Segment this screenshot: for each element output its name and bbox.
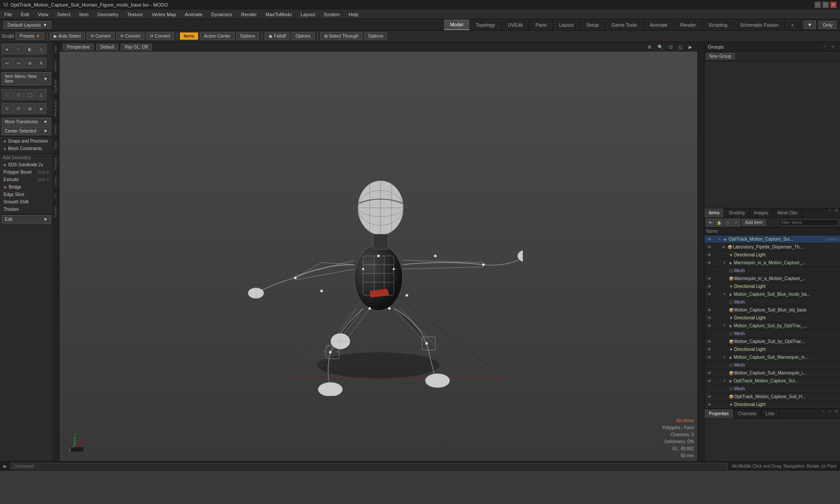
eye-icon[interactable]: . [706, 362, 712, 368]
item-row[interactable]: . ⬡ Mesh [704, 298, 840, 306]
action-center-btn[interactable]: Action Center [200, 32, 234, 40]
prop-tab-channels[interactable]: Channels [734, 409, 761, 418]
menu-texture[interactable]: Texture [126, 11, 145, 18]
viewport-perspective-dropdown[interactable]: Perspective [63, 44, 94, 50]
tab-add[interactable]: + [785, 19, 800, 30]
item-row[interactable]: 👁 ☀ Directional Light [704, 251, 840, 259]
item-row[interactable]: 👁 ▼ ◈ Mannequin_in_a_Motion_Capture_... [704, 259, 840, 267]
convert-btn-3[interactable]: ⟳ Convert [146, 32, 174, 40]
menu-select[interactable]: Select [55, 11, 72, 18]
filter-items-input[interactable] [778, 219, 838, 226]
viewport-shading-dropdown[interactable]: Default [96, 44, 118, 50]
viewport-icon-5[interactable]: ▶ [687, 44, 694, 50]
sidebar-icon-undo[interactable]: ↻ [2, 103, 12, 114]
tab-animate[interactable]: Animate [644, 19, 674, 30]
options-btn-1[interactable]: Options [236, 32, 259, 40]
polygon-bevel-btn[interactable]: Polygon Bevel Shift-B [0, 168, 52, 176]
menu-item[interactable]: Item [77, 11, 90, 18]
extrude-btn[interactable]: Extrude Shift-X [0, 176, 52, 183]
menu-layout[interactable]: Layout [299, 11, 317, 18]
menu-dynamics[interactable]: Dynamics [210, 11, 234, 18]
eye-icon[interactable]: 👁 [706, 370, 712, 376]
bridge-btn[interactable]: ◈ Bridge [0, 183, 52, 191]
eye-icon[interactable]: 👁 [706, 307, 712, 313]
command-input[interactable] [10, 463, 728, 469]
items-tab-mesh-ops[interactable]: Mesh Ops [773, 208, 802, 217]
item-row[interactable]: 👁 ☀ Directional Light [704, 346, 840, 354]
items-vis-icon[interactable]: 👁 [706, 219, 714, 227]
expand-icon[interactable]: ▶ [723, 245, 725, 249]
eye-icon[interactable]: 👁 [706, 291, 712, 298]
item-row[interactable]: 👁 ▼ ◈ Motion_Capture_Suit_Mannequin_in..… [704, 354, 840, 361]
eye-icon[interactable]: . [706, 386, 712, 392]
only-btn[interactable]: Only [819, 21, 836, 29]
edit-dropdown[interactable]: Edit ▼ [2, 215, 51, 224]
eye-icon[interactable]: 👁 [706, 378, 712, 384]
viewport-container[interactable]: Perspective Default Ray GL: Off ⚙ 🔍 ⊡ ◱ … [60, 42, 697, 461]
eye-icon[interactable]: 👁 [706, 244, 712, 250]
item-row[interactable]: 👁 ☀ Directional Light [704, 283, 840, 290]
menu-geometry[interactable]: Geometry [95, 11, 120, 18]
thicken-btn[interactable]: Thicken [0, 206, 52, 213]
eye-icon[interactable]: 👁 [706, 339, 712, 345]
tab-schematic-fusion[interactable]: Schematic Fusion [734, 19, 785, 30]
snaps-precision-btn[interactable]: ● Snaps and Precision [0, 137, 52, 145]
prop-tab-lists[interactable]: Lists [761, 409, 780, 418]
eye-icon[interactable]: 👁 [706, 260, 712, 266]
tab-game-tools[interactable]: Game Tools [606, 19, 644, 30]
vtab-duplicate[interactable]: Duplicate [52, 75, 59, 97]
items-btn[interactable]: Items [180, 32, 198, 40]
items-options-btn[interactable]: ⚙ [833, 208, 840, 217]
eye-icon[interactable]: 👁 [706, 346, 712, 353]
item-row[interactable]: 👁 📦 Motion_Capture_Suit_by_OptiTrac... [704, 338, 840, 346]
vtab-fusion[interactable]: Fusion [52, 203, 59, 220]
maximize-btn[interactable]: □ [822, 2, 829, 8]
item-row[interactable]: . ⬡ Mesh [704, 330, 840, 338]
items-lock-icon[interactable]: 🔒 [715, 219, 723, 227]
eye-icon[interactable]: 👁 [706, 315, 712, 321]
more-transforms-dropdown[interactable]: More Transforms ▼ [2, 118, 51, 126]
item-row[interactable]: 👁 📦 OptiTrack_Motion_Capture_Suit_H... [704, 393, 840, 401]
item-row[interactable]: 👁 ☀ Directional Light [704, 314, 840, 322]
item-menu-dropdown[interactable]: Item Menu: New Item ▼ [2, 72, 51, 85]
prop-add-btn[interactable]: + [820, 409, 826, 418]
sds-subdivide-btn[interactable]: ● SDS Subdivide 2x [0, 161, 52, 168]
viewport-raygl-dropdown[interactable]: Ray GL: Off [121, 44, 152, 50]
menu-maxtomodo[interactable]: MaxToModo [264, 11, 294, 18]
eye-icon[interactable]: 👁 [706, 354, 712, 360]
minimize-btn[interactable]: − [815, 2, 821, 8]
viewport-icon-2[interactable]: 🔍 [656, 44, 665, 50]
expand-icon[interactable]: ▼ [723, 261, 726, 265]
vtab-edge[interactable]: Edge [52, 137, 59, 153]
sidebar-icon-hex[interactable]: ⬡ [13, 89, 24, 100]
sidebar-icon-triangle2[interactable]: △ [36, 89, 46, 100]
expand-icon[interactable]: ▼ [718, 237, 721, 241]
viewport-icon-3[interactable]: ⊡ [667, 44, 674, 50]
menu-animate[interactable]: Animate [183, 11, 204, 18]
tab-topology[interactable]: Topology [470, 19, 502, 30]
options-btn-2[interactable]: Options [291, 32, 314, 40]
sidebar-icon-plus-circle[interactable]: ⊕ [24, 58, 35, 68]
item-row[interactable]: 👁 ▼ ◈ Motion_Capture_Suit_Blue_modo_ba..… [704, 290, 840, 298]
vtab-vertex[interactable]: Vertex [52, 120, 59, 138]
expand-icon[interactable]: ▼ [723, 324, 726, 328]
edge-slice-btn[interactable]: Edge Slice [0, 191, 52, 198]
sidebar-icon-triangle[interactable]: △ [36, 44, 46, 54]
items-expand-btn[interactable]: ↗ [826, 208, 833, 217]
menu-render[interactable]: Render [239, 11, 259, 18]
convert-btn-1[interactable]: ⟳ Convert [87, 32, 115, 40]
sidebar-icon-circle2[interactable]: ◯ [24, 89, 35, 100]
groups-expand-btn[interactable]: ↗ [821, 45, 828, 49]
items-check-icon[interactable]: ✓ [732, 219, 740, 227]
close-btn[interactable]: ✕ [830, 2, 836, 8]
items-geo-icon[interactable]: ⬡ [724, 219, 732, 227]
prop-options-btn[interactable]: ⚙ [833, 409, 840, 418]
eye-icon[interactable]: . [706, 268, 712, 274]
prop-tab-properties[interactable]: Properties [704, 409, 734, 418]
items-tab-shading[interactable]: Shading [724, 208, 749, 217]
item-row[interactable]: 👁 📦 Motion_Capture_Suit_Blue_obj_base [704, 306, 840, 314]
options-btn-3[interactable]: Options [364, 32, 387, 40]
groups-options-btn[interactable]: ⚙ [830, 45, 836, 49]
title-bar-controls[interactable]: − □ ✕ [815, 2, 836, 8]
eye-icon[interactable]: . [706, 299, 712, 305]
